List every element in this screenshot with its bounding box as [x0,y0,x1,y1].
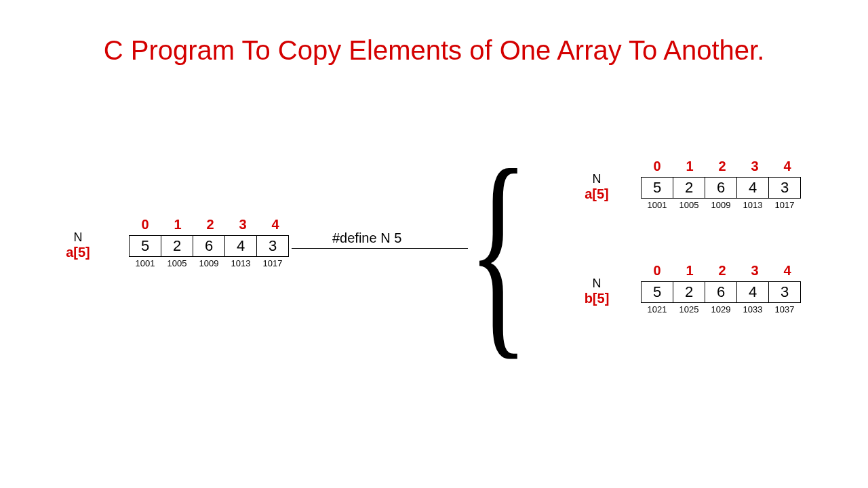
left-array-table: 0 1 2 3 4 5 2 6 4 3 1001 1005 1009 1013 … [129,217,292,268]
address-cell: 1009 [705,200,737,210]
index-cell: 0 [641,159,673,174]
value-cell: 2 [673,281,705,303]
value-cell: 5 [129,235,161,257]
right-top-n-label: N [576,172,617,186]
right-bottom-array-label: N b[5] [576,277,617,306]
right-bottom-array-name: b[5] [576,291,617,306]
index-cell: 1 [673,159,706,174]
right-top-address-row: 1001 1005 1009 1013 1017 [641,200,804,210]
address-cell: 1017 [768,200,801,210]
value-cell: 4 [736,281,769,303]
left-array-label: N a[5] [58,230,98,260]
left-array-name: a[5] [58,245,98,260]
index-cell: 3 [738,263,771,279]
index-cell: 0 [129,217,161,232]
index-cell: 1 [673,263,706,279]
right-top-index-row: 0 1 2 3 4 [641,159,804,174]
left-value-row: 5 2 6 4 3 [129,235,292,257]
right-bottom-n-label: N [576,277,617,291]
index-cell: 3 [738,159,771,174]
value-cell: 3 [768,281,801,303]
value-cell: 4 [736,177,769,199]
value-cell: 4 [224,235,257,257]
index-cell: 4 [259,217,292,232]
page-title: C Program To Copy Elements of One Array … [0,35,868,66]
value-cell: 6 [705,177,737,199]
right-bottom-value-row: 5 2 6 4 3 [641,281,804,303]
address-cell: 1017 [256,258,289,268]
value-cell: 6 [705,281,737,303]
right-bottom-index-row: 0 1 2 3 4 [641,263,804,279]
index-cell: 2 [706,159,738,174]
index-cell: 3 [226,217,259,232]
address-cell: 1005 [161,258,193,268]
index-cell: 4 [771,159,804,174]
address-cell: 1025 [673,304,705,314]
index-cell: 2 [706,263,738,279]
value-cell: 2 [161,235,193,257]
index-cell: 2 [194,217,226,232]
left-n-label: N [58,230,98,245]
index-cell: 0 [641,263,673,279]
value-cell: 6 [193,235,225,257]
value-cell: 3 [768,177,801,199]
connector-line [292,248,468,249]
right-top-array-name: a[5] [576,186,617,202]
address-cell: 1037 [768,304,801,314]
address-cell: 1013 [224,258,257,268]
right-top-array-table: 0 1 2 3 4 5 2 6 4 3 1001 1005 1009 1013 … [641,159,804,210]
address-cell: 1021 [641,304,673,314]
right-bottom-array-table: 0 1 2 3 4 5 2 6 4 3 1021 1025 1029 1033 … [641,263,804,314]
address-cell: 1001 [641,200,673,210]
address-cell: 1013 [736,200,769,210]
left-index-row: 0 1 2 3 4 [129,217,292,232]
right-top-value-row: 5 2 6 4 3 [641,177,804,199]
value-cell: 3 [256,235,289,257]
value-cell: 2 [673,177,705,199]
value-cell: 5 [641,177,673,199]
address-cell: 1029 [705,304,737,314]
value-cell: 5 [641,281,673,303]
address-cell: 1009 [193,258,225,268]
address-cell: 1001 [129,258,161,268]
right-bottom-address-row: 1021 1025 1029 1033 1037 [641,304,804,314]
right-top-array-label: N a[5] [576,172,617,202]
address-cell: 1033 [736,304,769,314]
index-cell: 1 [161,217,194,232]
curly-brace: { [468,136,529,366]
define-macro-text: #define N 5 [332,230,401,246]
left-address-row: 1001 1005 1009 1013 1017 [129,258,292,268]
index-cell: 4 [771,263,804,279]
address-cell: 1005 [673,200,705,210]
